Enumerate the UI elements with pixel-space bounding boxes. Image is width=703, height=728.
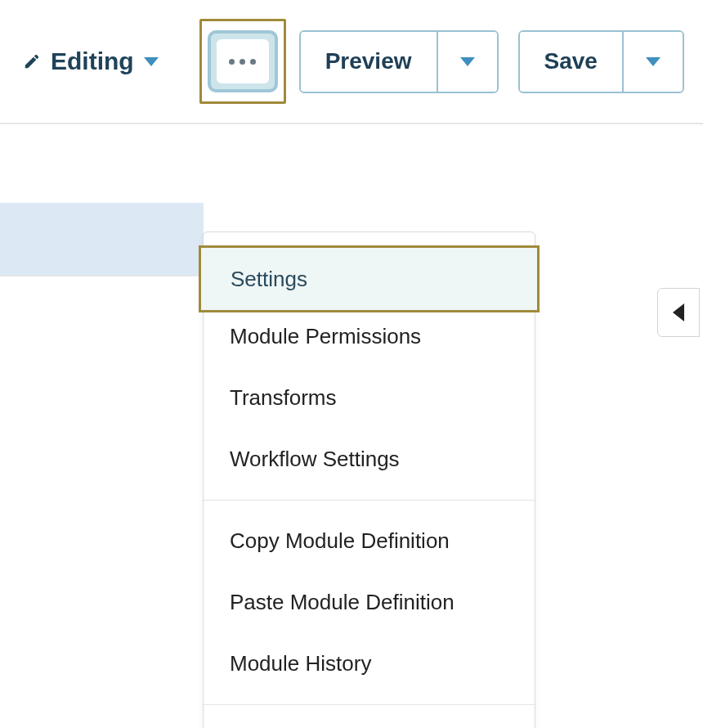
menu-item-settings[interactable]: Settings: [199, 245, 540, 312]
caret-down-icon: [460, 57, 475, 66]
preview-dropdown[interactable]: [437, 32, 497, 92]
selected-row-highlight: [0, 203, 204, 276]
caret-down-icon: [646, 57, 660, 66]
menu-item-permissions[interactable]: Module Permissions: [204, 306, 535, 367]
mode-label: Editing: [51, 47, 134, 75]
save-button[interactable]: Save: [520, 32, 622, 92]
menu-item-delete[interactable]: Delete Module: [204, 715, 535, 728]
save-dropdown[interactable]: [622, 32, 683, 92]
toolbar: Editing Preview Save: [0, 0, 703, 124]
menu-item-label: Settings: [231, 267, 307, 292]
ellipsis-icon: [217, 39, 269, 83]
preview-button[interactable]: Preview: [301, 32, 437, 92]
save-button-group: Save: [518, 30, 684, 93]
menu-item-copy[interactable]: Copy Module Definition: [204, 510, 535, 572]
content-area: Module Permissions Transforms Workflow S…: [0, 124, 703, 728]
caret-down-icon: [144, 57, 159, 66]
menu-item-workflow[interactable]: Workflow Settings: [204, 429, 535, 490]
more-button-highlight: [199, 19, 286, 104]
menu-item-history[interactable]: Module History: [204, 633, 535, 694]
preview-button-group: Preview: [299, 30, 499, 93]
more-menu-button[interactable]: [208, 30, 278, 92]
menu-item-transforms[interactable]: Transforms: [204, 367, 535, 429]
chevron-left-icon: [673, 303, 684, 321]
mode-dropdown[interactable]: Editing: [16, 43, 165, 80]
pencil-icon: [23, 52, 41, 70]
menu-item-paste[interactable]: Paste Module Definition: [204, 572, 535, 633]
collapse-panel-button[interactable]: [657, 288, 700, 337]
